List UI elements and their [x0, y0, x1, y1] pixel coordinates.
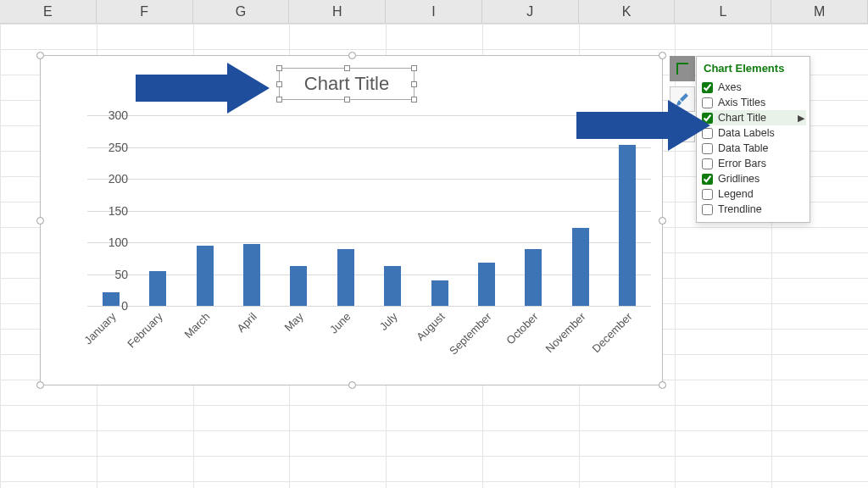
x-axis-label: July	[377, 310, 400, 333]
column-header-F[interactable]: F	[97, 0, 193, 23]
chart-elements-heading: Chart Elements	[704, 62, 806, 75]
title-handle[interactable]	[276, 97, 282, 103]
bar[interactable]	[337, 249, 354, 307]
resize-handle[interactable]	[659, 217, 666, 225]
resize-handle[interactable]	[36, 217, 44, 225]
checkbox[interactable]	[702, 158, 713, 169]
bar[interactable]	[619, 145, 636, 306]
x-axis-label: December	[590, 310, 635, 355]
title-handle[interactable]	[344, 97, 350, 103]
chart-elements-item-label: Error Bars	[718, 158, 766, 169]
bar[interactable]	[478, 263, 495, 306]
x-axis-label: September	[447, 310, 494, 358]
chart-elements-item-gridlines[interactable]: Gridlines	[702, 171, 806, 186]
plus-icon	[676, 63, 688, 75]
bar[interactable]	[197, 246, 214, 306]
bar[interactable]	[572, 228, 589, 306]
bar[interactable]	[243, 244, 260, 307]
chart-elements-item-label: Legend	[718, 188, 754, 200]
checkbox[interactable]	[702, 174, 713, 185]
chart-elements-item-error-bars[interactable]: Error Bars	[702, 156, 806, 171]
x-axis-label: August	[414, 310, 447, 343]
y-axis-tick: 150	[87, 204, 128, 218]
chevron-right-icon[interactable]: ▶	[798, 113, 804, 124]
x-axis-label: November	[542, 310, 587, 355]
chart-elements-item-label: Data Table	[718, 142, 769, 154]
column-header-M[interactable]: M	[771, 0, 868, 23]
title-handle[interactable]	[276, 81, 282, 87]
chart-elements-list: AxesAxis TitlesChart Title▶Data LabelsDa…	[702, 80, 806, 217]
x-axis-label: March	[181, 310, 212, 341]
y-axis-tick: 250	[87, 141, 128, 154]
gridline	[87, 211, 651, 212]
title-handle[interactable]	[276, 65, 282, 71]
chart-object[interactable]: Chart Title 050100150200250300JanuaryFeb…	[40, 55, 663, 385]
chart-elements-item-trendline[interactable]: Trendline	[702, 202, 806, 217]
x-axis-label: April	[235, 310, 259, 335]
bar[interactable]	[525, 249, 542, 307]
x-axis-label: June	[327, 310, 353, 336]
column-header-I[interactable]: I	[386, 0, 482, 23]
x-axis-label: May	[282, 310, 306, 334]
gridline	[87, 147, 651, 148]
bar[interactable]	[384, 266, 401, 306]
x-axis-label: February	[125, 310, 164, 350]
gridline	[87, 242, 651, 243]
gridline	[87, 115, 651, 116]
plot-area[interactable]: 050100150200250300JanuaryFebruaryMarchAp…	[87, 115, 651, 306]
bar[interactable]	[149, 271, 166, 306]
chart-elements-item-label: Axis Titles	[718, 97, 765, 108]
chart-elements-item-label: Gridlines	[718, 173, 760, 185]
column-headers: EFGHIJKLM	[0, 0, 868, 24]
column-header-L[interactable]: L	[675, 0, 771, 23]
title-handle[interactable]	[411, 65, 417, 71]
x-axis-label: January	[81, 310, 118, 347]
column-header-J[interactable]: J	[482, 0, 579, 23]
resize-handle[interactable]	[659, 52, 666, 59]
bar[interactable]	[431, 280, 448, 306]
gridline	[87, 274, 651, 275]
chart-elements-button[interactable]	[670, 56, 695, 81]
chart-elements-item-axes[interactable]: Axes	[702, 80, 806, 95]
gridline	[87, 179, 651, 180]
checkbox[interactable]	[702, 189, 713, 200]
chart-elements-item-label: Axes	[718, 81, 742, 93]
gridline	[87, 306, 651, 307]
chart-elements-item-label: Chart Title	[718, 112, 766, 124]
title-handle[interactable]	[344, 65, 350, 71]
chart-elements-item-label: Data Labels	[718, 127, 775, 139]
chart-elements-item-legend[interactable]: Legend	[702, 186, 806, 202]
resize-handle[interactable]	[348, 52, 356, 59]
column-header-E[interactable]: E	[0, 0, 97, 23]
column-header-G[interactable]: G	[193, 0, 290, 23]
title-handle[interactable]	[411, 97, 417, 103]
chart-elements-item-axis-titles[interactable]: Axis Titles	[702, 95, 806, 110]
chart-elements-item-label: Trendline	[718, 203, 762, 215]
column-header-K[interactable]: K	[579, 0, 676, 23]
y-axis-tick: 200	[87, 172, 128, 186]
x-axis-label: October	[504, 310, 541, 347]
resize-handle[interactable]	[348, 381, 356, 389]
resize-handle[interactable]	[659, 381, 666, 389]
y-axis-tick: 100	[87, 236, 128, 249]
resize-handle[interactable]	[36, 381, 44, 389]
bar[interactable]	[103, 292, 120, 307]
title-handle[interactable]	[411, 81, 417, 87]
y-axis-tick: 50	[87, 268, 128, 281]
chart-elements-item-data-table[interactable]: Data Table	[702, 141, 806, 156]
chart-title-text: Chart Title	[304, 73, 389, 94]
resize-handle[interactable]	[36, 52, 44, 59]
annotation-arrow	[576, 100, 716, 151]
bar[interactable]	[290, 266, 307, 306]
checkbox[interactable]	[702, 82, 713, 93]
chart-title[interactable]: Chart Title	[279, 68, 415, 100]
column-header-H[interactable]: H	[289, 0, 386, 23]
chart-elements-item-chart-title[interactable]: Chart Title▶	[702, 110, 806, 125]
chart-elements-item-data-labels[interactable]: Data Labels	[702, 125, 806, 141]
checkbox[interactable]	[702, 204, 713, 215]
y-axis-tick: 300	[87, 108, 128, 122]
annotation-arrow	[136, 63, 275, 114]
